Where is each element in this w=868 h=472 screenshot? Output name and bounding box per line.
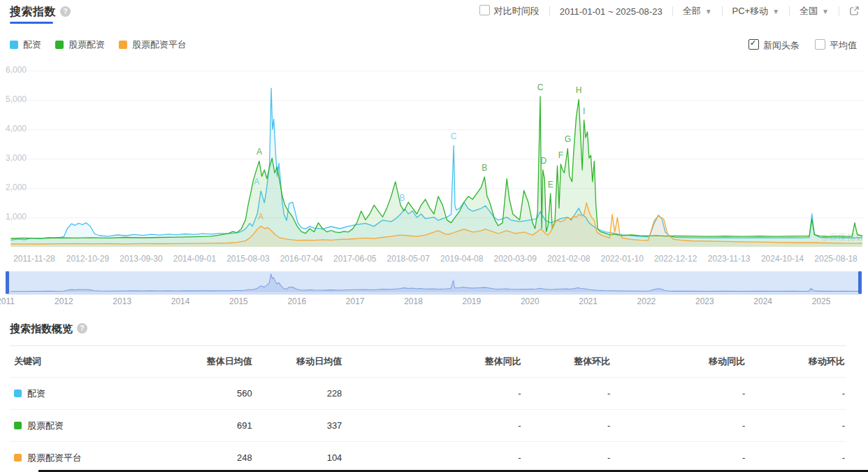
news-headlines-label: 新闻头条 xyxy=(763,40,800,50)
divider xyxy=(672,6,673,16)
watermark: ◎百度指数 xyxy=(821,231,865,243)
x-axis-tick: 2015-08-03 xyxy=(226,254,269,264)
compare-period-checkbox[interactable]: 对比时间段 xyxy=(479,5,540,17)
legend-swatch xyxy=(55,41,64,49)
column-header: 整体日均值 xyxy=(185,346,252,378)
x-axis-tick: 2016-07-04 xyxy=(280,254,323,264)
average-label: 平均值 xyxy=(830,40,857,50)
average-checkbox[interactable]: 平均值 xyxy=(815,39,857,52)
tab-active-indicator xyxy=(10,22,53,24)
legend-swatch xyxy=(10,41,18,49)
peak-annotation: B xyxy=(482,163,487,173)
x-axis-tick: 2013-09-30 xyxy=(120,254,162,264)
year-label: 2015 xyxy=(229,296,248,306)
column-header: 整体环比 xyxy=(522,346,612,378)
x-axis-tick: 2022-01-10 xyxy=(600,254,643,264)
year-label: 2012 xyxy=(55,296,73,306)
x-axis-tick: 2017-06-05 xyxy=(333,254,376,264)
peak-annotation: C xyxy=(451,131,457,141)
keyword-cell: 股票配资 xyxy=(10,410,185,442)
peak-annotation: D xyxy=(541,156,547,166)
x-axis-tick: 2021-02-08 xyxy=(547,254,590,264)
year-label: 2018 xyxy=(404,296,423,306)
news-headlines-checkbox[interactable]: 新闻头条 xyxy=(748,39,800,52)
scrubber-handle-right[interactable] xyxy=(858,271,862,294)
overview-title: 搜索指数概览 xyxy=(10,322,73,334)
keyword-color-swatch xyxy=(14,422,22,429)
value-cell: - xyxy=(746,378,846,410)
x-axis-tick: 2011-11-28 xyxy=(13,254,55,264)
scrubber-handle-left[interactable] xyxy=(6,271,9,294)
legend-item-peizi[interactable]: 配资 xyxy=(10,38,41,51)
column-header: 移动日均值 xyxy=(253,346,343,378)
value-cell: - xyxy=(342,378,521,410)
divider xyxy=(549,6,550,16)
external-link-icon[interactable] xyxy=(849,6,860,17)
dropdown-category[interactable]: 全部▼ xyxy=(683,5,712,17)
divider xyxy=(722,6,723,16)
value-cell: - xyxy=(611,378,746,410)
legend-label: 股票配资平台 xyxy=(132,38,187,51)
compare-period-label: 对比时间段 xyxy=(494,6,540,16)
year-label: 2020 xyxy=(521,296,540,306)
value-cell: - xyxy=(611,442,746,472)
help-icon[interactable]: ? xyxy=(60,6,71,17)
peak-annotation: B xyxy=(400,193,405,203)
checkbox-icon[interactable] xyxy=(479,5,490,15)
minimap-area xyxy=(6,274,862,292)
keyword-cell: 配资 xyxy=(10,378,185,410)
legend-label: 股票配资 xyxy=(68,38,105,51)
x-axis-tick: 2019-04-08 xyxy=(440,254,483,264)
x-axis-tick: 2024-10-14 xyxy=(761,254,804,264)
year-label: 2025 xyxy=(812,296,831,306)
column-header: 关键词 xyxy=(10,346,185,378)
column-header: 移动环比 xyxy=(746,346,846,378)
value-cell: 691 xyxy=(185,410,252,442)
dropdown-device[interactable]: PC+移动▼ xyxy=(732,5,780,17)
value-cell: 104 xyxy=(253,442,343,472)
year-label: 2021 xyxy=(579,296,598,306)
peak-annotation: A xyxy=(254,177,259,187)
checkbox-icon[interactable] xyxy=(815,39,825,50)
x-axis-tick: 2025-08-18 xyxy=(814,254,857,264)
column-header: 移动同比 xyxy=(611,346,746,378)
toolbar: 对比时间段 2011-01-01 ~ 2025-08-23 全部▼ PC+移动▼… xyxy=(479,5,860,17)
tab-search-index[interactable]: 搜索指数? xyxy=(10,5,71,20)
year-label: 2011 xyxy=(0,296,15,306)
year-label: 2013 xyxy=(113,296,131,306)
trend-chart[interactable]: 1,0002,0003,0004,0005,0006,000 ABCABCDEF… xyxy=(0,62,868,252)
value-cell: - xyxy=(746,442,846,472)
chart-options: 新闻头条 平均值 xyxy=(733,39,857,52)
x-axis-tick: 2018-05-07 xyxy=(387,254,430,264)
value-cell: - xyxy=(342,410,521,442)
legend-item-gupiao-peizi-pingtai[interactable]: 股票配资平台 xyxy=(119,38,187,51)
value-cell: 228 xyxy=(253,378,343,410)
x-axis-labels: 2011-11-282012-10-292013-09-302014-09-01… xyxy=(0,254,868,265)
dropdown-region-value: 全国 xyxy=(800,6,818,16)
divider xyxy=(789,6,790,16)
chevron-down-icon: ▼ xyxy=(705,8,712,15)
peak-annotation: I xyxy=(583,106,585,116)
keyword-color-swatch xyxy=(14,389,22,397)
help-icon[interactable]: ? xyxy=(77,323,87,334)
value-cell: 337 xyxy=(253,410,343,442)
checkbox-icon[interactable] xyxy=(748,39,759,50)
column-header: 整体同比 xyxy=(342,346,521,378)
keyword-label: 股票配资 xyxy=(27,420,64,431)
dropdown-region[interactable]: 全国▼ xyxy=(800,5,829,17)
legend-swatch xyxy=(119,41,127,49)
minimap-line xyxy=(10,274,862,292)
year-label: 2024 xyxy=(753,296,772,306)
value-cell: - xyxy=(522,410,612,442)
overview-table-body: 配资560228----股票配资691337----股票配资平台248104--… xyxy=(10,378,846,472)
dropdown-device-value: PC+移动 xyxy=(732,6,769,16)
chevron-down-icon: ▼ xyxy=(822,8,829,15)
legend-item-gupiao-peizi[interactable]: 股票配资 xyxy=(55,38,105,51)
date-range[interactable]: 2011-01-01 ~ 2025-08-23 xyxy=(560,6,663,17)
value-cell: - xyxy=(522,378,612,410)
value-cell: - xyxy=(746,410,846,442)
divider xyxy=(839,6,839,16)
year-label: 2019 xyxy=(463,296,482,306)
trend-svg: ABCABCDEFGHIA xyxy=(0,66,868,252)
range-scrubber[interactable] xyxy=(6,271,862,294)
